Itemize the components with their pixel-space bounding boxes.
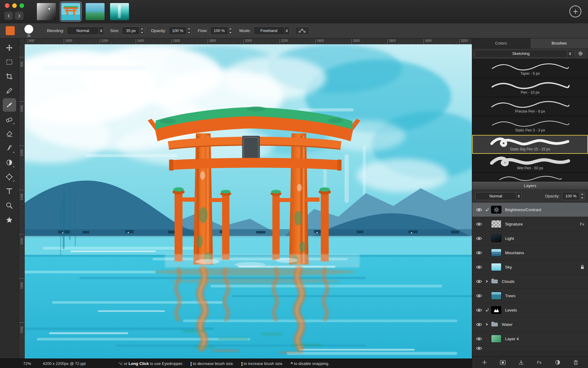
- plus-icon: [482, 360, 487, 365]
- layer-row-water[interactable]: Water: [472, 317, 588, 332]
- layer-row-brightness-contrast[interactable]: Brightness/Contrast: [472, 203, 588, 217]
- visibility-toggle[interactable]: [476, 308, 483, 312]
- stepper-arrows-icon[interactable]: [187, 27, 192, 35]
- layer-thumbnail[interactable]: [491, 292, 501, 300]
- add-mask-button[interactable]: [497, 358, 508, 367]
- move-tool[interactable]: [3, 41, 16, 54]
- eye-icon: [476, 265, 482, 269]
- marquee-tool[interactable]: [3, 55, 16, 69]
- stepper-arrows-icon[interactable]: [580, 192, 585, 200]
- layer-opacity-stepper[interactable]: 100 %: [562, 192, 585, 200]
- tab-colors[interactable]: Colors: [472, 38, 530, 48]
- paint-brush-tool[interactable]: [3, 98, 16, 112]
- background-erase-tool[interactable]: [3, 127, 16, 140]
- size-stepper[interactable]: 35 px: [122, 27, 145, 35]
- layer-row-trees[interactable]: Trees: [472, 289, 588, 303]
- erase-tool[interactable]: [3, 113, 16, 126]
- group-folder[interactable]: [491, 278, 498, 285]
- layer-row-signature[interactable]: Signature Fx: [472, 217, 588, 231]
- layer-row-clouds[interactable]: Clouds: [472, 274, 588, 289]
- document-thumbnail-torii-active[interactable]: [60, 2, 81, 21]
- canvas[interactable]: [25, 44, 472, 359]
- lock-indicator[interactable]: [580, 265, 584, 269]
- back-button[interactable]: [4, 12, 13, 20]
- brush-item-taper[interactable]: Taper - 5 px: [472, 59, 588, 78]
- mesh-warp-tool[interactable]: [3, 170, 16, 183]
- expand-toggle[interactable]: [483, 280, 491, 283]
- visibility-toggle[interactable]: [476, 236, 483, 241]
- layer-row-levels[interactable]: Levels: [472, 303, 588, 317]
- minimize-window-button[interactable]: [12, 3, 17, 8]
- document-thumbnails: [36, 2, 130, 21]
- stepper-arrows-icon[interactable]: [140, 27, 145, 35]
- layer-effects-button[interactable]: Fx: [534, 358, 545, 367]
- layer-row-sky[interactable]: Sky: [472, 260, 588, 274]
- visibility-toggle[interactable]: [476, 279, 483, 284]
- subtool-arrow-icon: [13, 151, 14, 153]
- visibility-toggle[interactable]: [476, 294, 483, 298]
- document-thumbnail-waterfall[interactable]: [109, 2, 130, 21]
- opacity-stepper[interactable]: 100 %: [169, 27, 192, 35]
- visibility-toggle[interactable]: [476, 322, 483, 327]
- visibility-toggle[interactable]: [476, 251, 483, 255]
- brush-settings-button[interactable]: [575, 50, 586, 58]
- favorites-tool[interactable]: [3, 213, 16, 226]
- tab-brushes[interactable]: Brushes: [530, 38, 588, 48]
- visibility-toggle[interactable]: [476, 346, 483, 350]
- stabilizer-button[interactable]: [295, 27, 309, 35]
- brush-item-static-big-pen-15-selected[interactable]: Static Big Pen 15 - 15 px: [472, 135, 588, 154]
- layer-row-partial[interactable]: [472, 346, 588, 350]
- history-nav: [4, 12, 23, 20]
- zoom-tool[interactable]: [3, 199, 16, 212]
- layer-row-light[interactable]: Light: [472, 231, 588, 246]
- visibility-toggle[interactable]: [476, 265, 483, 269]
- delete-layer-button[interactable]: [570, 358, 581, 367]
- brush-item-wet-pen[interactable]: Wet Pen - 50 px: [472, 154, 588, 173]
- dodge-burn-tool[interactable]: [3, 156, 16, 169]
- layer-thumbnail[interactable]: [491, 249, 501, 257]
- brush-item-pen[interactable]: Pen - 10 px: [472, 78, 588, 97]
- ruler-label: 800: [28, 39, 34, 44]
- app-window: 35 Blending: Normal Size: 35 px Opacity:…: [0, 0, 588, 368]
- layer-thumbnail[interactable]: [491, 263, 501, 271]
- layer-blend-dropdown[interactable]: Normal: [475, 192, 522, 200]
- brush-item-static-pen-3[interactable]: Static Pen 3 - 3 px: [472, 116, 588, 135]
- mode-dropdown[interactable]: Freehand: [254, 27, 290, 35]
- brush-preview-circle[interactable]: [24, 25, 33, 34]
- flow-stepper[interactable]: 100 %: [210, 27, 233, 35]
- brush-category-dropdown[interactable]: Sketching: [474, 50, 573, 58]
- visibility-toggle[interactable]: [476, 222, 483, 226]
- export-layer-button[interactable]: [515, 358, 526, 367]
- close-window-button[interactable]: [5, 3, 9, 8]
- group-folder[interactable]: [491, 321, 498, 328]
- layer-thumbnail[interactable]: [491, 335, 501, 343]
- add-layer-button[interactable]: [479, 358, 490, 367]
- new-document-button[interactable]: [569, 5, 581, 17]
- layer-fx-badge[interactable]: Fx: [580, 222, 584, 226]
- adjustment-button[interactable]: [552, 358, 563, 367]
- pencil-tool[interactable]: [3, 84, 16, 97]
- crop-tool[interactable]: [3, 70, 16, 83]
- brush-item-precise-pen[interactable]: Precise Pen - 8 px: [472, 97, 588, 116]
- active-color-swatch[interactable]: [5, 26, 15, 35]
- adjustment-thumbnail[interactable]: [491, 306, 501, 314]
- layer-thumbnail[interactable]: [491, 220, 501, 228]
- stepper-arrows-icon[interactable]: [228, 27, 233, 35]
- zoom-window-button[interactable]: [20, 3, 24, 8]
- forward-button[interactable]: [15, 12, 23, 20]
- expand-toggle[interactable]: [483, 323, 491, 326]
- brush-item-partial[interactable]: [472, 173, 588, 181]
- eye-icon: [476, 279, 482, 284]
- layer-row-layer-4[interactable]: Layer 4: [472, 332, 588, 346]
- document-thumbnail-portrait[interactable]: [36, 2, 57, 21]
- visibility-toggle[interactable]: [476, 337, 483, 341]
- text-tool[interactable]: [3, 184, 16, 198]
- document-thumbnail-coast[interactable]: [85, 2, 105, 21]
- eye-icon: [476, 251, 482, 255]
- smudge-tool[interactable]: [3, 141, 16, 155]
- adjustment-thumbnail[interactable]: [491, 206, 501, 214]
- layer-thumbnail[interactable]: [491, 234, 501, 242]
- layer-row-mountains[interactable]: Mountains: [472, 246, 588, 260]
- blending-dropdown[interactable]: Normal: [67, 27, 104, 35]
- visibility-toggle[interactable]: [476, 207, 483, 212]
